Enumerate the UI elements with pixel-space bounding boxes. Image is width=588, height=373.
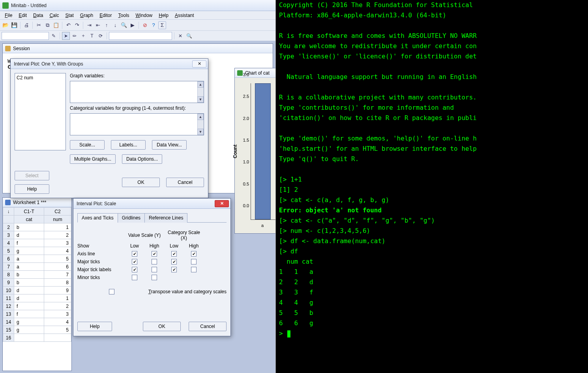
data-view-button[interactable]: Data View...: [152, 140, 187, 150]
labels-button[interactable]: Labels...: [111, 140, 146, 150]
table-row[interactable]: 13f3: [3, 310, 71, 318]
worksheet-table[interactable]: ↓C1-TC2catnum2b13d24f35g46a57a68b79b810d…: [3, 207, 71, 342]
cell-num[interactable]: 2: [44, 302, 71, 310]
cancel-button[interactable]: Cancel: [189, 322, 227, 331]
menu-window[interactable]: Window: [133, 12, 156, 19]
last-icon[interactable]: ▶: [129, 21, 137, 29]
cell-num[interactable]: 1: [44, 294, 71, 302]
cell-num[interactable]: 3: [44, 310, 71, 318]
paste-icon[interactable]: 📋: [52, 21, 60, 29]
scale-dialog[interactable]: Interval Plot: Scale ✕ Axes and TicksGri…: [73, 198, 231, 336]
close-graph-icon[interactable]: ✕: [176, 32, 184, 40]
checkbox[interactable]: [152, 251, 157, 257]
cancel-command-icon[interactable]: ⊘: [141, 21, 149, 29]
checkbox[interactable]: [132, 259, 137, 264]
cell-num[interactable]: 1: [44, 223, 71, 231]
cancel-button[interactable]: Cancel: [166, 178, 204, 187]
data-options-button[interactable]: Data Options...: [122, 154, 162, 164]
row-header[interactable]: 2: [3, 223, 14, 231]
table-row[interactable]: 5g4: [3, 247, 71, 255]
undo-icon[interactable]: ↶: [64, 21, 72, 29]
save-icon[interactable]: 💾: [10, 21, 18, 29]
cell-cat[interactable]: b: [14, 271, 44, 279]
cut-icon[interactable]: ✂: [35, 21, 43, 29]
combo-right[interactable]: [109, 32, 172, 40]
scroll-down-icon[interactable]: ▼: [197, 96, 204, 103]
table-row[interactable]: 3d2: [3, 231, 71, 239]
table-row[interactable]: 14g4: [3, 318, 71, 326]
cell-cat[interactable]: g: [14, 247, 44, 255]
menu-data[interactable]: Data: [30, 12, 46, 19]
row-header[interactable]: 11: [3, 294, 14, 302]
menu-file[interactable]: File: [2, 12, 15, 19]
next-icon[interactable]: ⇥: [85, 21, 93, 29]
scale-button[interactable]: Scale...: [70, 140, 105, 150]
interval-plot-dialog[interactable]: Interval Plot: One Y, With Groups ✕ C2 n…: [10, 58, 208, 198]
menu-graph[interactable]: Graph: [77, 12, 96, 19]
table-row[interactable]: 2b1: [3, 223, 71, 231]
cell-num[interactable]: [44, 334, 71, 342]
menu-tools[interactable]: Tools: [115, 12, 133, 19]
checkbox[interactable]: [132, 275, 137, 280]
column-header[interactable]: C2: [44, 208, 71, 216]
column-name[interactable]: num: [44, 216, 71, 223]
cell-num[interactable]: 8: [44, 279, 71, 287]
menu-stat[interactable]: Stat: [62, 12, 77, 19]
checkbox[interactable]: [171, 267, 177, 272]
cell-cat[interactable]: d: [14, 294, 44, 302]
checkbox[interactable]: [152, 267, 157, 272]
table-row[interactable]: 16: [3, 334, 71, 342]
cell-num[interactable]: 4: [44, 247, 71, 255]
row-header[interactable]: 8: [3, 271, 14, 279]
up-icon[interactable]: ↑: [103, 21, 110, 29]
ok-button[interactable]: OK: [143, 322, 181, 331]
close-button[interactable]: ✕: [215, 200, 229, 207]
brush-icon[interactable]: ✎: [50, 32, 58, 40]
copy-icon[interactable]: ⧉: [43, 21, 51, 29]
menu-help[interactable]: Help: [155, 12, 172, 19]
checkbox[interactable]: [191, 251, 197, 257]
row-header[interactable]: 12: [3, 302, 14, 310]
zoom-icon[interactable]: 🔍: [185, 32, 193, 40]
categorical-variables-input[interactable]: ▲▼: [70, 113, 204, 135]
cell-cat[interactable]: g: [14, 318, 44, 326]
graph-variables-input[interactable]: ▲▼: [70, 81, 204, 103]
cell-cat[interactable]: a: [14, 263, 44, 271]
pointer-icon[interactable]: ➤: [62, 32, 70, 40]
chart-window[interactable]: Chart of cat Count 0.00.51.01.52.02.53.0…: [234, 68, 276, 234]
table-row[interactable]: 8b7: [3, 271, 71, 279]
table-row[interactable]: 4f3: [3, 239, 71, 247]
redo-icon[interactable]: ↷: [73, 21, 81, 29]
cell-cat[interactable]: b: [14, 279, 44, 287]
cell-cat[interactable]: b: [14, 223, 44, 231]
table-row[interactable]: 12f2: [3, 302, 71, 310]
scale-dialog-titlebar[interactable]: Interval Plot: Scale ✕: [73, 199, 230, 209]
interval-plot-dialog-titlebar[interactable]: Interval Plot: One Y, With Groups ✕: [11, 59, 208, 69]
menu-editor[interactable]: Editor: [96, 12, 115, 19]
tab-gridlines[interactable]: Gridlines: [118, 213, 145, 223]
variables-listbox-item[interactable]: C2 num: [17, 75, 64, 81]
cell-num[interactable]: 9: [44, 287, 71, 294]
row-header[interactable]: 9: [3, 279, 14, 287]
row-header[interactable]: 7: [3, 263, 14, 271]
checkbox[interactable]: [152, 275, 157, 280]
open-icon[interactable]: 📂: [2, 21, 9, 29]
row-header[interactable]: 6: [3, 255, 14, 263]
cell-num[interactable]: 4: [44, 318, 71, 326]
checkbox[interactable]: [171, 251, 177, 257]
print-icon[interactable]: 🖨: [22, 21, 30, 29]
help-icon[interactable]: ?: [150, 21, 157, 29]
rotate-icon[interactable]: ⟳: [97, 32, 105, 40]
cell-cat[interactable]: d: [14, 231, 44, 239]
help-button[interactable]: Help: [15, 184, 49, 194]
row-header[interactable]: 16: [3, 334, 14, 342]
worksheet-window[interactable]: Worksheet 1 *** ↓C1-TC2catnum2b13d24f35g…: [2, 197, 72, 371]
minitab-titlebar[interactable]: Minitab - Untitled: [0, 0, 275, 11]
session-titlebar[interactable]: Session: [3, 44, 273, 53]
brush2-icon[interactable]: ✏: [71, 32, 79, 40]
ok-button[interactable]: OK: [122, 178, 160, 187]
cell-cat[interactable]: a: [14, 255, 44, 263]
cell-cat[interactable]: d: [14, 287, 44, 294]
row-header[interactable]: 14: [3, 318, 14, 326]
variables-listbox[interactable]: C2 num: [15, 73, 66, 150]
